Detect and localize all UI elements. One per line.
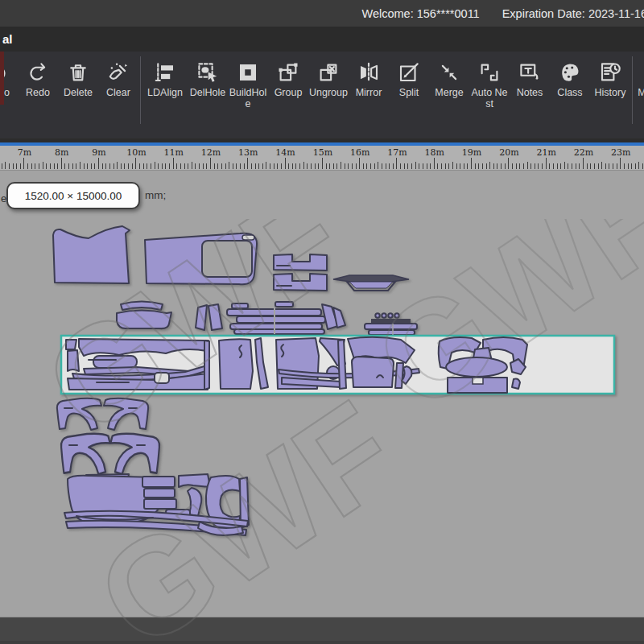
ruler-tick <box>411 163 412 169</box>
bracket-pieces[interactable] <box>274 254 327 291</box>
ruler-tick <box>9 163 10 169</box>
toolbar-button-label: DelHole <box>188 87 227 98</box>
ruler-tick <box>546 158 547 169</box>
ruler-tick <box>437 163 438 169</box>
merge-button[interactable]: Merge <box>430 52 469 138</box>
roof-pattern[interactable] <box>145 233 257 284</box>
ruler-tick <box>46 163 47 169</box>
ruler-tick <box>609 163 609 169</box>
nested-patterns-layer[interactable] <box>0 170 644 617</box>
ruler-tick <box>366 163 367 169</box>
trim-pieces-right[interactable] <box>365 313 417 335</box>
ruler-tick <box>352 163 353 169</box>
ruler-tick <box>598 163 599 169</box>
ruler-tick <box>583 158 584 169</box>
fender-patterns[interactable] <box>57 398 159 474</box>
ruler-label: 20m <box>499 147 518 158</box>
ruler-tick <box>370 163 371 169</box>
ruler-label: 8m <box>55 147 68 158</box>
ruler-tick <box>195 163 196 169</box>
ruler-tick <box>180 163 181 169</box>
split-button[interactable]: Split <box>390 52 428 138</box>
spoiler-piece[interactable] <box>333 275 409 291</box>
ruler-tick <box>102 163 103 169</box>
toolbar-button-label: LDAlign <box>143 87 187 98</box>
ruler-tick <box>87 163 88 169</box>
delete-button[interactable]: Delete <box>59 52 97 138</box>
delhole-button[interactable]: DelHole <box>188 52 227 138</box>
ruler-tick <box>169 163 170 169</box>
ruler-tick <box>345 163 345 169</box>
toolbar-button-label: Notes <box>510 87 549 98</box>
buildhole-button[interactable]: BuildHole <box>229 52 267 138</box>
toolbar-button-label: Split <box>390 87 428 98</box>
ruler-tick <box>307 163 308 169</box>
nest-cluster-b[interactable] <box>219 338 268 389</box>
material-size-input[interactable]: 1520.00 × 15000.00 <box>6 182 140 209</box>
ruler-tick <box>292 163 293 169</box>
ruler-tick <box>109 163 110 169</box>
ruler-tick <box>427 163 427 169</box>
ruler-tick <box>247 158 248 169</box>
autonest-icon <box>477 60 502 85</box>
ruler-tick <box>441 163 442 169</box>
ruler-tick <box>76 163 76 169</box>
ruler-label: 21m <box>536 147 555 158</box>
ruler-tick <box>61 158 62 169</box>
ruler-tick <box>158 163 159 169</box>
ldalign-button[interactable]: LDAlign <box>143 52 187 138</box>
trim-pieces-middle[interactable] <box>196 302 345 334</box>
ruler-tick <box>105 163 106 169</box>
ruler-tick <box>176 163 177 169</box>
redo-button[interactable]: Redo <box>19 52 57 138</box>
class-button[interactable]: Class <box>551 52 589 138</box>
ruler-label: 9m <box>92 147 105 158</box>
design-canvas[interactable]: GWF GWF GWF <box>0 171 644 617</box>
ruler-tick <box>576 163 576 169</box>
ruler-tick <box>206 163 207 169</box>
toolbar-separator <box>632 56 633 124</box>
ruler-tick <box>91 163 92 169</box>
ruler-tick <box>356 163 357 169</box>
nest-strip[interactable] <box>61 336 614 394</box>
bumper-cluster[interactable] <box>64 474 249 535</box>
ruler-tick <box>393 163 394 169</box>
measure-button[interactable]: Measure <box>635 52 644 138</box>
ruler-tick <box>192 162 192 169</box>
ruler-tick <box>143 163 144 169</box>
ruler-tick <box>333 163 334 169</box>
ruler-tick <box>497 163 497 169</box>
ruler-tick <box>542 163 543 169</box>
ruler-tick <box>210 158 211 169</box>
ruler-tick <box>173 158 174 169</box>
broom-icon <box>106 60 130 85</box>
ungroup-button[interactable]: Ungroup <box>309 52 348 138</box>
trim-pieces-left[interactable] <box>117 302 171 329</box>
ruler-tick <box>299 163 300 169</box>
mirror-button[interactable]: Mirror <box>349 52 388 138</box>
group-icon <box>276 60 300 85</box>
ruler-tick <box>54 163 55 169</box>
ruler-tick <box>572 163 572 169</box>
ruler-tick <box>221 163 222 169</box>
hood-pattern[interactable] <box>53 226 130 283</box>
align-icon <box>153 60 177 85</box>
material-size-value: 1520.00 × 15000.00 <box>25 190 122 202</box>
toolbar-button-label: Delete <box>59 87 97 98</box>
ruler-tick <box>553 163 554 169</box>
top-status-bar: Welcome: 156****0011 Expiration Date: 20… <box>0 0 644 27</box>
ruler-tick <box>560 163 561 169</box>
split-icon <box>397 60 421 85</box>
ruler-tick <box>535 163 535 169</box>
clear-button[interactable]: Clear <box>99 52 138 138</box>
autonest-button[interactable]: Auto Nest <box>470 52 509 138</box>
ruler-tick <box>501 163 502 169</box>
nest-cluster-e[interactable] <box>439 337 527 393</box>
notes-button[interactable]: Notes <box>510 52 549 138</box>
window-title-bar: al <box>0 27 644 52</box>
ruler-tick <box>486 163 487 169</box>
material-size-tip: e 1520.00 × 15000.00 mm; <box>0 182 209 214</box>
history-button[interactable]: History <box>591 52 630 138</box>
group-button[interactable]: Group <box>269 52 308 138</box>
ruler-label: 23m <box>611 147 630 158</box>
